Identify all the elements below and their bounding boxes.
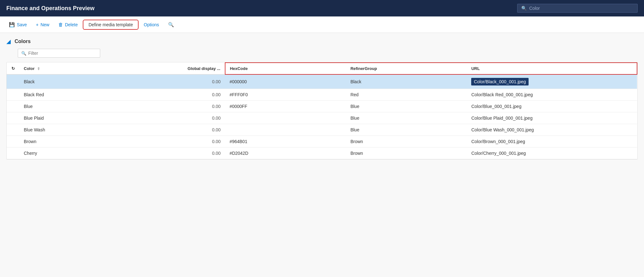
toolbar: 💾 Save + New 🗑 Delete Define media templ… — [0, 16, 644, 33]
cell-refiner-2: Blue — [346, 101, 467, 112]
filter-bar: ◢ Colors — [6, 38, 638, 45]
save-button[interactable]: 💾 Save — [5, 20, 31, 29]
table-row[interactable]: Blue 0.00 #0000FF Blue Color/Blue_000_00… — [7, 101, 637, 112]
options-label: Options — [144, 22, 159, 27]
cell-refresh-3 — [7, 112, 19, 124]
cell-global-0: 0.00 — [125, 74, 225, 89]
table-row[interactable]: Blue Wash 0.00 Blue Color/Blue Wash_000_… — [7, 124, 637, 136]
options-button[interactable]: Options — [140, 20, 163, 29]
cell-color-5: Brown — [19, 136, 125, 148]
cell-url-6: Color/Cherry_000_001.jpeg — [467, 148, 637, 159]
app-title: Finance and Operations Preview — [6, 5, 517, 12]
cell-refiner-6: Brown — [346, 148, 467, 159]
table-row[interactable]: Black Red 0.00 #FFF0F0 Red Color/Black R… — [7, 89, 637, 101]
cell-global-5: 0.00 — [125, 136, 225, 148]
cell-global-4: 0.00 — [125, 124, 225, 136]
cell-hexcode-1: #FFF0F0 — [225, 89, 346, 101]
define-media-label: Define media template — [88, 22, 133, 27]
cell-refresh-4 — [7, 124, 19, 136]
th-global-label: Global display ... — [188, 66, 220, 71]
th-color-label: Color — [24, 66, 35, 71]
cell-color-0: Black — [19, 74, 125, 89]
new-button[interactable]: + New — [32, 20, 53, 29]
delete-label: Delete — [65, 22, 78, 27]
table-row[interactable]: Black 0.00 #000000 Black Color/Black_000… — [7, 74, 637, 89]
th-hexcode[interactable]: HexCode — [225, 63, 346, 74]
colors-table: ↻ Color ⇧ Global display ... HexCode Ref… — [7, 62, 637, 159]
cell-url-5: Color/Brown_000_001.jpeg — [467, 136, 637, 148]
sort-arrow-icon: ⇧ — [37, 67, 40, 71]
cell-refiner-4: Blue — [346, 124, 467, 136]
toolbar-search-icon: 🔍 — [168, 22, 174, 28]
th-refiner-label: RefinerGroup — [350, 66, 377, 71]
cell-refresh-5 — [7, 136, 19, 148]
cell-refresh-0 — [7, 74, 19, 89]
section-title: Colors — [15, 39, 31, 44]
th-color[interactable]: Color ⇧ — [19, 63, 125, 74]
cell-hexcode-2: #0000FF — [225, 101, 346, 112]
th-refiner-group[interactable]: RefinerGroup — [346, 63, 467, 74]
filter-icon[interactable]: ◢ — [6, 38, 11, 45]
top-navigation-bar: Finance and Operations Preview 🔍 — [0, 0, 644, 16]
th-global-display[interactable]: Global display ... — [125, 63, 225, 74]
th-url-label: URL — [471, 66, 480, 71]
search-icon: 🔍 — [521, 6, 527, 11]
cell-global-1: 0.00 — [125, 89, 225, 101]
table-header-row: ↻ Color ⇧ Global display ... HexCode Ref… — [7, 63, 637, 74]
th-refresh[interactable]: ↻ — [7, 63, 19, 74]
cell-color-3: Blue Plaid — [19, 112, 125, 124]
cell-hexcode-3 — [225, 112, 346, 124]
delete-icon: 🗑 — [58, 22, 63, 27]
cell-refiner-1: Red — [346, 89, 467, 101]
main-content: ◢ Colors 🔍 ↻ Color ⇧ Global display ... — [0, 33, 644, 277]
filter-search-icon: 🔍 — [21, 51, 26, 56]
define-media-template-button[interactable]: Define media template — [83, 20, 139, 30]
global-search-box[interactable]: 🔍 — [517, 4, 638, 13]
cell-refresh-6 — [7, 148, 19, 159]
cell-url-0: Color/Black_000_001.jpeg — [467, 74, 637, 89]
table-row[interactable]: Cherry 0.00 #D2042D Brown Color/Cherry_0… — [7, 148, 637, 159]
global-search-input[interactable] — [529, 6, 634, 11]
table-row[interactable]: Blue Plaid 0.00 Blue Color/Blue Plaid_00… — [7, 112, 637, 124]
cell-global-2: 0.00 — [125, 101, 225, 112]
save-icon: 💾 — [9, 22, 15, 28]
cell-color-2: Blue — [19, 101, 125, 112]
th-hexcode-label: HexCode — [230, 66, 248, 71]
new-label: New — [41, 22, 49, 27]
refresh-icon[interactable]: ↻ — [11, 66, 15, 71]
cell-url-3: Color/Blue Plaid_000_001.jpeg — [467, 112, 637, 124]
toolbar-search-button[interactable]: 🔍 — [164, 20, 178, 29]
cell-refresh-1 — [7, 89, 19, 101]
cell-hexcode-6: #D2042D — [225, 148, 346, 159]
cell-color-6: Cherry — [19, 148, 125, 159]
cell-refiner-0: Black — [346, 74, 467, 89]
cell-url-1: Color/Black Red_000_001.jpeg — [467, 89, 637, 101]
cell-refresh-2 — [7, 101, 19, 112]
cell-refiner-5: Brown — [346, 136, 467, 148]
cell-url-4: Color/Blue Wash_000_001.jpeg — [467, 124, 637, 136]
colors-table-wrap: ↻ Color ⇧ Global display ... HexCode Ref… — [6, 62, 638, 160]
cell-global-6: 0.00 — [125, 148, 225, 159]
filter-input-wrap[interactable]: 🔍 — [18, 49, 100, 58]
cell-color-1: Black Red — [19, 89, 125, 101]
cell-global-3: 0.00 — [125, 112, 225, 124]
cell-hexcode-4 — [225, 124, 346, 136]
cell-refiner-3: Blue — [346, 112, 467, 124]
table-body: Black 0.00 #000000 Black Color/Black_000… — [7, 74, 637, 159]
cell-hexcode-0: #000000 — [225, 74, 346, 89]
delete-button[interactable]: 🗑 Delete — [55, 20, 81, 29]
cell-url-2: Color/Blue_000_001.jpeg — [467, 101, 637, 112]
cell-color-4: Blue Wash — [19, 124, 125, 136]
save-label: Save — [17, 22, 27, 27]
filter-input[interactable] — [28, 51, 97, 56]
url-selected-value: Color/Black_000_001.jpeg — [471, 78, 528, 85]
plus-icon: + — [36, 22, 39, 27]
table-row[interactable]: Brown 0.00 #964B01 Brown Color/Brown_000… — [7, 136, 637, 148]
cell-hexcode-5: #964B01 — [225, 136, 346, 148]
th-url[interactable]: URL — [467, 63, 637, 74]
